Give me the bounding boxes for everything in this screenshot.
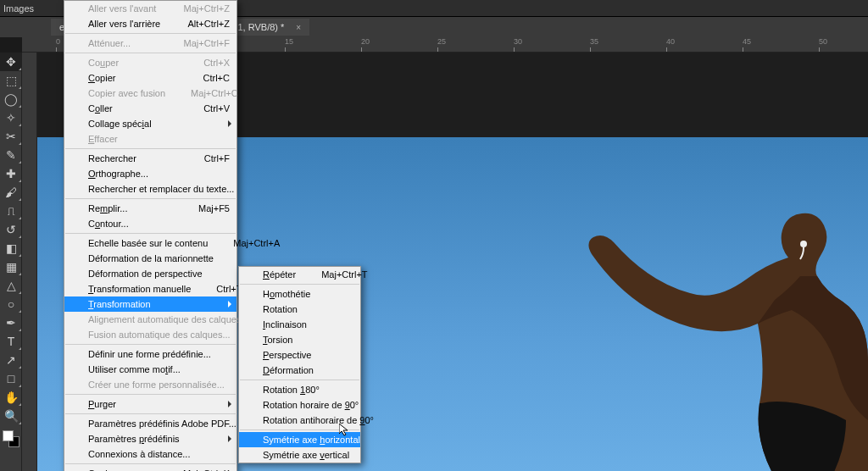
edit-menu-item[interactable]: Utiliser comme motif... — [64, 362, 236, 377]
ruler-tick: 25 — [437, 37, 446, 53]
menu-item-label: Copier avec fusion — [88, 88, 165, 98]
menu-item-label: Coller — [88, 103, 113, 114]
menu-item-label: Créer une forme personnalisée... — [88, 380, 225, 390]
menu-shortcut: Maj+F5 — [173, 203, 230, 213]
menu-shortcut: Maj+Ctrl+F — [159, 38, 230, 48]
menu-item-label: Inclinaison — [263, 319, 307, 330]
edit-menu-item[interactable]: Rechercher et remplacer du texte... — [64, 181, 236, 197]
edit-menu-item[interactable]: Définir une forme prédéfinie... — [64, 346, 236, 362]
menu-item-label: Copier — [88, 73, 115, 83]
transform-submenu-item[interactable]: Inclinaison — [239, 317, 360, 332]
transform-submenu-item[interactable]: Perspective — [239, 347, 360, 363]
pen-tool[interactable]: ✒ — [0, 313, 22, 332]
menu-item-label: Purger — [88, 399, 116, 409]
transform-submenu-item[interactable]: Rotation horaire de 90° — [239, 397, 360, 413]
menu-item-label: Déformation de perspective — [88, 269, 203, 279]
history-brush-tool[interactable]: ↺ — [0, 220, 22, 239]
edit-menu-item[interactable]: CopierCtrl+C — [64, 70, 236, 86]
menu-item-label: Paramètres prédéfinis Adobe PDF... — [88, 418, 236, 429]
submenu-arrow-icon — [228, 120, 231, 127]
move-tool[interactable]: ✥ — [0, 53, 22, 71]
menu-item-label: Rotation 180° — [263, 385, 320, 395]
menu-item-label: Fusion automatique des calques... — [88, 330, 231, 340]
edit-menu-item[interactable]: Déformation de perspective — [64, 266, 236, 281]
hand-tool[interactable]: ✋ — [0, 388, 22, 407]
shape-tool[interactable]: □ — [0, 369, 22, 388]
menu-shortcut: Maj+Ctrl+Z — [159, 3, 230, 14]
edit-menu-item[interactable]: Orthographe... — [64, 166, 236, 181]
transform-submenu-item[interactable]: Rotation antihoraire de 90° — [239, 413, 360, 428]
edit-menu-item[interactable]: Echelle basée sur le contenuMaj+Ctrl+A — [64, 236, 236, 251]
transform-submenu-item[interactable]: Rotation 180° — [239, 382, 360, 397]
blur-tool[interactable]: △ — [0, 276, 22, 295]
stamp-tool[interactable]: ⎍ — [0, 202, 22, 220]
type-tool[interactable]: T — [0, 332, 22, 351]
color-swatch[interactable] — [3, 430, 19, 447]
edit-menu-item[interactable]: Transformation manuelleCtrl+T — [64, 281, 236, 296]
edit-menu-item[interactable]: Contour... — [64, 216, 236, 231]
transform-submenu-item[interactable]: Homothétie — [239, 286, 360, 302]
edit-menu-item[interactable]: Aller vers l'arrièreAlt+Ctrl+Z — [64, 16, 236, 31]
edit-menu-item[interactable]: Purger — [64, 396, 236, 412]
menu-item-label: Paramètres prédéfinis — [88, 434, 180, 444]
edit-menu-item[interactable]: Couleurs...Maj+Ctrl+K — [64, 466, 236, 471]
transform-submenu-item[interactable]: Symétrie axe horizontal — [239, 432, 360, 447]
edit-menu-item[interactable]: Paramètres prédéfinis Adobe PDF... — [64, 416, 236, 431]
dodge-tool[interactable]: ○ — [0, 295, 22, 313]
menu-item-label: Perspective — [263, 350, 311, 360]
path-tool[interactable]: ↗ — [0, 351, 22, 369]
menu-shortcut: Ctrl+C — [178, 73, 230, 83]
menu-item-label: Répéter — [263, 269, 296, 280]
svg-point-0 — [800, 241, 807, 247]
edit-menu-item[interactable]: Connexions à distance... — [64, 446, 236, 462]
ruler-tick: 35 — [590, 37, 598, 53]
edit-menu-item[interactable]: Transformation — [64, 296, 236, 312]
ruler-tick: 20 — [361, 37, 370, 53]
eyedropper-tool[interactable]: ✎ — [0, 146, 22, 164]
marquee-tool[interactable]: ⬚ — [0, 71, 22, 90]
magic-wand-tool[interactable]: ✧ — [0, 108, 22, 127]
menu-item-label: Déformation — [263, 365, 314, 375]
edit-menu-item: CouperCtrl+X — [64, 55, 236, 70]
menu-shortcut: Maj+Ctrl+C — [165, 88, 238, 98]
healing-tool[interactable]: ✚ — [0, 164, 22, 183]
ruler-tick: 0 — [56, 37, 60, 53]
brush-tool[interactable]: 🖌 — [0, 183, 22, 202]
gradient-tool[interactable]: ▦ — [0, 258, 22, 276]
transform-submenu-item[interactable]: Rotation — [239, 302, 360, 317]
eraser-tool[interactable]: ◧ — [0, 239, 22, 258]
crop-tool[interactable]: ✂ — [0, 127, 22, 146]
edit-menu-item[interactable]: RechercherCtrl+F — [64, 151, 236, 166]
menu-item-label: Orthographe... — [88, 169, 148, 179]
edit-menu-item: Aller vers l'avantMaj+Ctrl+Z — [64, 1, 236, 16]
transform-submenu-item[interactable]: Symétrie axe vertical — [239, 447, 360, 463]
menu-item-label: Rechercher et remplacer du texte... — [88, 184, 234, 194]
transformation-submenu: RépéterMaj+Ctrl+THomothétieRotationIncli… — [238, 266, 361, 463]
transform-submenu-item[interactable]: Torsion — [239, 332, 360, 347]
menu-shortcut: Ctrl+F — [179, 153, 230, 163]
zoom-tool[interactable]: 🔍 — [0, 407, 22, 425]
menu-shortcut: Ctrl+T — [191, 284, 242, 294]
menu-item-label: Rotation — [263, 304, 298, 314]
transform-submenu-item[interactable]: RépéterMaj+Ctrl+T — [239, 267, 360, 282]
close-icon[interactable]: × — [296, 23, 301, 32]
lasso-tool[interactable]: ◯ — [0, 90, 22, 108]
menu-shortcut: Maj+Ctrl+A — [208, 238, 280, 248]
ruler-tick: 40 — [666, 37, 675, 53]
menu-shortcut: Maj+Ctrl+T — [296, 269, 367, 280]
menu-item-label: Remplir... — [88, 203, 127, 213]
edit-menu-item[interactable]: Collage spécial — [64, 116, 236, 131]
edit-menu-item: Créer une forme personnalisée... — [64, 377, 236, 392]
edit-menu: Aller vers l'avantMaj+Ctrl+ZAller vers l… — [64, 0, 237, 471]
edit-menu-item[interactable]: Paramètres prédéfinis — [64, 431, 236, 446]
transform-submenu-item[interactable]: Déformation — [239, 363, 360, 378]
menu-item-label: Symétrie axe horizontal — [263, 435, 360, 445]
edit-menu-item: Atténuer...Maj+Ctrl+F — [64, 36, 236, 51]
edit-menu-item[interactable]: Déformation de la marionnette — [64, 251, 236, 266]
menu-images[interactable]: Images — [3, 3, 34, 14]
edit-menu-item[interactable]: CollerCtrl+V — [64, 101, 236, 116]
menu-item-label: Transformation — [88, 299, 151, 309]
photo-content — [571, 149, 868, 471]
edit-menu-item[interactable]: Remplir...Maj+F5 — [64, 201, 236, 216]
ruler-tick: 15 — [285, 37, 293, 53]
